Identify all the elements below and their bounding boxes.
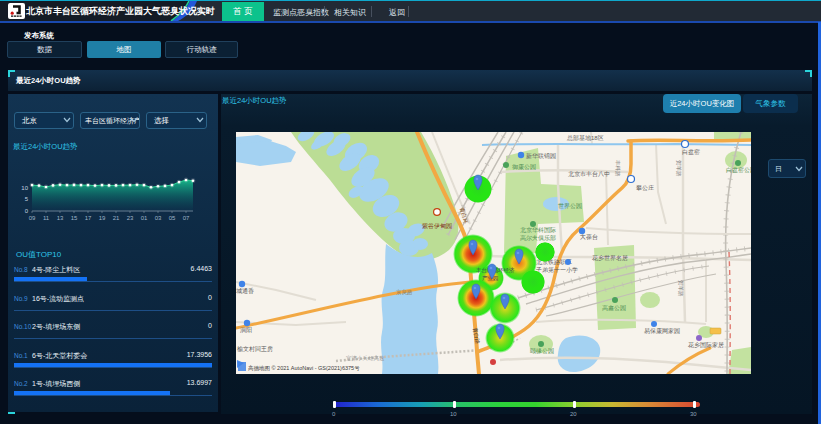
svg-text:北京市丰台八中: 北京市丰台八中 xyxy=(568,170,610,178)
svg-text:紫谷伊甸园: 紫谷伊甸园 xyxy=(421,222,452,230)
svg-text:贺羊路: 贺羊路 xyxy=(678,280,684,297)
svg-text:子弟第十一小学: 子弟第十一小学 xyxy=(535,266,578,274)
svg-text:07: 07 xyxy=(183,215,190,221)
svg-text:10: 10 xyxy=(21,185,28,191)
svg-text:5: 5 xyxy=(25,196,29,202)
svg-text:17: 17 xyxy=(85,215,92,221)
svg-text:易保康网家园: 易保康网家园 xyxy=(644,327,680,335)
svg-text:05: 05 xyxy=(169,215,176,221)
svg-text:新华联锦园: 新华联锦园 xyxy=(526,152,556,160)
svg-text:丰科路: 丰科路 xyxy=(615,160,621,177)
svg-text:白盆窑: 白盆窑 xyxy=(682,148,700,156)
svg-text:宜津小兵雄高速: 宜津小兵雄高速 xyxy=(346,355,385,362)
svg-text:城通香: 城通香 xyxy=(236,287,254,295)
svg-text:洄阳: 洄阳 xyxy=(240,327,252,334)
svg-text:花乡国际家居: 花乡国际家居 xyxy=(688,341,724,349)
svg-text:19: 19 xyxy=(99,215,106,221)
svg-text:高尔夫俱乐部: 高尔夫俱乐部 xyxy=(520,234,556,242)
svg-text:白盆窑公园: 白盆窑公园 xyxy=(726,166,751,174)
svg-text:0: 0 xyxy=(25,208,29,214)
svg-text:21: 21 xyxy=(113,215,120,221)
svg-text:高德地图 © 2021 AutoNavi - GS(2021: 高德地图 © 2021 AutoNavi - GS(2021)6375号 xyxy=(248,365,360,372)
svg-text:01: 01 xyxy=(141,215,148,221)
svg-text:09: 09 xyxy=(29,215,36,221)
svg-text:攀公庄: 攀公庄 xyxy=(636,184,654,191)
svg-text:总部基地18区: 总部基地18区 xyxy=(566,134,604,142)
svg-text:贺羊路: 贺羊路 xyxy=(676,160,682,177)
svg-text:15: 15 xyxy=(71,215,78,221)
svg-text:高鑫公园: 高鑫公园 xyxy=(602,304,626,312)
svg-text:23: 23 xyxy=(127,215,134,221)
svg-text:北京华科国际: 北京华科国际 xyxy=(520,226,556,234)
svg-text:御康公园: 御康公园 xyxy=(512,163,536,171)
svg-text:大葆台: 大葆台 xyxy=(580,233,598,241)
svg-text:03: 03 xyxy=(155,215,162,221)
svg-text:花乡世界名居: 花乡世界名居 xyxy=(592,255,628,262)
svg-text:榆文村回王房: 榆文村回王房 xyxy=(237,345,273,353)
svg-text:世界公园: 世界公园 xyxy=(558,203,582,210)
svg-text:颐缘公园: 颐缘公园 xyxy=(530,348,554,355)
svg-text:13: 13 xyxy=(57,215,64,221)
svg-text:京良路: 京良路 xyxy=(396,289,413,295)
svg-text:11: 11 xyxy=(43,215,50,221)
